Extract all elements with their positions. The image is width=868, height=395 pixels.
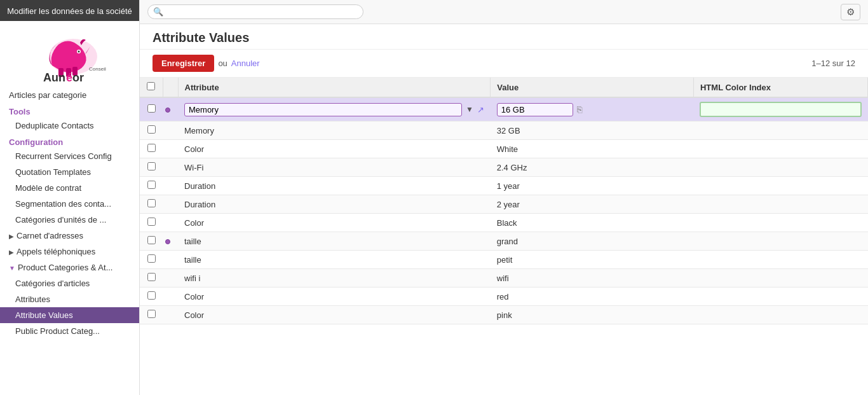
logo-image: Aun é or Conseil Ready Partner [25,26,114,83]
row-attribute-cell: Color [178,214,491,232]
row-checkbox[interactable] [147,162,156,170]
toolbar-left: Enregistrer ou Annuler [153,55,260,72]
row-checkbox[interactable] [147,236,156,244]
copy-icon[interactable]: ⎘ [577,104,582,114]
row-dot-cell [163,140,178,158]
row-value-cell: 1 year [491,177,694,195]
row-checkbox-cell[interactable] [140,232,163,251]
row-checkbox-cell[interactable] [140,288,163,306]
row-html-color-cell [693,158,867,177]
gear-icon: ⚙ [846,6,855,17]
row-checkbox[interactable] [147,218,156,226]
save-button[interactable]: Enregistrer [153,55,214,72]
search-box[interactable]: 🔍 [147,4,363,19]
row-html-color-cell[interactable] [693,97,867,121]
sidebar-item-deduplicate[interactable]: Deduplicate Contacts [0,118,139,134]
select-all-checkbox[interactable] [147,82,155,90]
gear-button[interactable]: ⚙ [841,4,860,20]
row-value-cell: red [491,288,694,306]
row-attribute-cell: Color [178,306,491,324]
row-checkbox-cell[interactable] [140,121,163,140]
attribute-input[interactable] [184,103,462,116]
value-input[interactable] [497,103,573,116]
cancel-button[interactable]: Annuler [231,59,260,68]
main-content: 🔍 ⚙ Attribute Values Enregistrer ou Annu… [140,0,868,395]
table-row: taille petit [140,251,868,269]
row-dot-cell [163,177,178,195]
row-checkbox-cell[interactable] [140,158,163,177]
row-checkbox[interactable] [147,104,156,113]
sidebar-item-public-product[interactable]: Public Product Categ... [0,323,139,339]
row-checkbox-cell[interactable] [140,177,163,195]
row-value-cell: White [491,140,694,158]
row-checkbox[interactable] [147,273,156,281]
row-value-cell: grand [491,232,694,251]
sidebar-section-config: Configuration [0,134,139,148]
row-checkbox[interactable] [147,144,156,152]
sidebar-item-product-categories[interactable]: ▼Product Categories & At... [0,260,139,275]
row-html-color-cell [693,195,867,214]
sidebar-item-recurrent[interactable]: Recurrent Services Config [0,148,139,164]
row-dot-cell [163,306,178,324]
table-row: Wi-Fi 2.4 GHz [140,158,868,177]
row-html-color-cell [693,232,867,251]
row-attribute-cell: Memory [178,121,491,140]
row-html-color-cell [693,288,867,306]
row-value-cell: 2.4 GHz [491,158,694,177]
sidebar-item-quotation-templates[interactable]: Quotation Templates [0,164,139,180]
row-checkbox[interactable] [147,181,156,189]
table-row: taille grand [140,232,868,251]
row-html-color-cell [693,269,867,288]
chevron-down-icon: ▼ [9,265,15,272]
table-header-row: Attribute Value HTML Color Index [140,78,868,97]
topbar: 🔍 ⚙ [140,0,868,24]
table-row: Color pink [140,306,868,324]
sidebar-item-articles[interactable]: Articles par categorie [0,87,139,103]
row-checkbox-cell[interactable] [140,140,163,158]
external-link-icon[interactable]: ↗ [477,105,484,114]
row-value-cell: pink [491,306,694,324]
html-color-input[interactable] [700,102,861,117]
sidebar-item-attribute-values[interactable]: Attribute Values [0,307,139,323]
row-value-cell: 2 year [491,195,694,214]
sidebar-item-attributes[interactable]: Attributes [0,291,139,307]
svg-point-2 [78,50,79,52]
col-checkbox [140,78,163,97]
row-checkbox[interactable] [147,199,156,207]
row-checkbox-cell[interactable] [140,97,163,121]
row-dot-cell [163,214,178,232]
row-checkbox-cell[interactable] [140,269,163,288]
row-value-cell[interactable]: ⎘ [491,97,694,121]
search-input[interactable] [166,7,356,17]
sidebar-item-categories-unites[interactable]: Catégories d'unités de ... [0,212,139,228]
pagination-info: 1–12 sur 12 [811,59,855,68]
row-checkbox[interactable] [147,310,156,318]
sidebar-item-categories-articles[interactable]: Catégories d'articles [0,275,139,291]
row-checkbox[interactable] [147,291,156,300]
svg-text:or: or [72,71,84,83]
row-checkbox-cell[interactable] [140,251,163,269]
row-dot-cell [163,288,178,306]
row-checkbox-cell[interactable] [140,195,163,214]
row-checkbox[interactable] [147,125,156,134]
sidebar-item-modele-contrat[interactable]: Modèle de contrat [0,180,139,196]
dropdown-arrow-icon[interactable]: ▼ [466,105,473,114]
row-attribute-cell: Duration [178,177,491,195]
row-html-color-cell [693,121,867,140]
row-checkbox-cell[interactable] [140,214,163,232]
row-attribute-cell[interactable]: ▼ ↗ [178,97,491,121]
row-value-cell: Black [491,214,694,232]
sidebar-item-appels[interactable]: ▶Appels téléphoniques [0,244,139,260]
row-checkbox[interactable] [147,254,156,263]
sidebar-section-tools: Tools [0,103,139,118]
table-body: ▼ ↗ ⎘ Memory 32 GB [140,97,868,324]
col-dot [163,78,178,97]
search-icon: 🔍 [153,7,163,17]
row-value-cell: petit [491,251,694,269]
row-attribute-cell: Color [178,288,491,306]
row-dot-cell [163,158,178,177]
sidebar-item-segmentation[interactable]: Segmentation des conta... [0,196,139,212]
row-checkbox-cell[interactable] [140,306,163,324]
chevron-right-icon: ▶ [9,233,14,240]
sidebar-item-carnet[interactable]: ▶Carnet d'adresses [0,228,139,244]
